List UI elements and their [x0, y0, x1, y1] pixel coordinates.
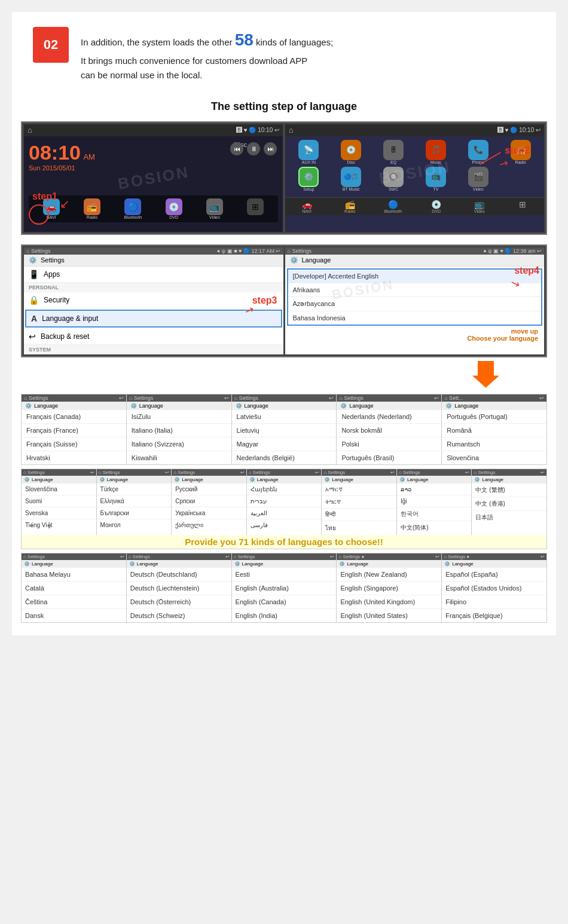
- r2p5-l3[interactable]: हिन्दी: [322, 509, 396, 521]
- lp1-lang3[interactable]: Français (Suisse): [22, 437, 126, 451]
- r3p1-l4[interactable]: Dansk: [22, 609, 126, 622]
- r3p5-l1[interactable]: Español (España): [442, 568, 546, 582]
- lp5-lang3[interactable]: Rumantsch: [442, 437, 546, 451]
- lp5-lang4[interactable]: Slovenčina: [442, 451, 546, 464]
- app-grid-left[interactable]: ⊞: [236, 198, 275, 219]
- r3p2-l2[interactable]: Deutsch (Liechtenstein): [127, 582, 231, 595]
- r2p7-l1[interactable]: 中文 (繁體): [472, 484, 546, 497]
- lp3-lang4[interactable]: Nederlands (België): [232, 451, 337, 464]
- r2p5-l1[interactable]: አማርኛ: [322, 484, 396, 496]
- lp1-lang2[interactable]: Français (France): [22, 424, 126, 437]
- r2p2-l3[interactable]: Български: [97, 507, 172, 519]
- r2p4-l1[interactable]: Հայերեն: [247, 484, 322, 495]
- lp4-status: ⌂ Settings↩: [337, 394, 441, 402]
- nav-radio-right[interactable]: 📻Radio: [328, 198, 371, 215]
- r3p5-l3[interactable]: Filipino: [442, 595, 546, 609]
- nav-dvd-right[interactable]: 💿DVD: [415, 198, 458, 215]
- btmusic-app[interactable]: 🔵🎵 BT Music: [331, 167, 371, 191]
- r2p2-home: ⌂ Settings: [99, 470, 120, 475]
- backup-item[interactable]: ↩ Backup & reset: [24, 329, 283, 345]
- r3p2-l4[interactable]: Deutsch (Schweiz): [127, 609, 231, 622]
- nav-video-right[interactable]: 📺Video: [458, 198, 501, 215]
- phone-app[interactable]: 📞 Phone: [458, 140, 498, 164]
- r3p3-l4[interactable]: English (India): [232, 609, 337, 622]
- app-radio-left[interactable]: 📻 Radio: [72, 198, 111, 219]
- r2p6-l3[interactable]: 한국어: [397, 507, 472, 521]
- r2p6-l4[interactable]: 中文(简体): [397, 521, 472, 534]
- r2p5-l2[interactable]: ትግርኛ: [322, 496, 396, 509]
- lp4-lang3[interactable]: Polski: [337, 437, 441, 451]
- r2p6-l2[interactable]: Iği: [397, 495, 472, 507]
- apps-item[interactable]: 📱 Apps: [24, 267, 283, 283]
- lp3-lang2[interactable]: Lietuvių: [232, 424, 337, 437]
- r2p4-l2[interactable]: עברית: [247, 495, 322, 507]
- lang-bahasa[interactable]: Bahasa Indonesia: [288, 311, 542, 325]
- security-item[interactable]: 🔒 Security: [24, 292, 283, 308]
- r3p2-l1[interactable]: Deutsch (Deutschland): [127, 568, 231, 582]
- lp1-lang4[interactable]: Hrvatski: [22, 451, 126, 464]
- app-bt-left[interactable]: 🔵 Bluetooth: [114, 198, 152, 219]
- r2p2-l2[interactable]: Ελληνικά: [97, 495, 172, 507]
- lang-accented[interactable]: [Developer] Accented English: [288, 270, 542, 283]
- r3p4-l1[interactable]: English (New Zealand): [337, 568, 441, 582]
- next-btn[interactable]: ⏭: [264, 142, 277, 155]
- lp2-lang3[interactable]: Italiano (Svizzera): [127, 437, 231, 451]
- eq-app[interactable]: 🎚 EQ: [374, 140, 414, 164]
- r2p6-l1[interactable]: ລາວ: [397, 484, 472, 495]
- setup-app[interactable]: ⚙️ Setup: [289, 167, 329, 191]
- r3p3-l3[interactable]: English (Canada): [232, 595, 337, 609]
- r2p7-l3[interactable]: 日本語: [472, 511, 546, 524]
- r2p1-l4[interactable]: Tiếng Việt: [22, 519, 96, 531]
- aux-app[interactable]: 📡 AUX IN: [289, 140, 329, 164]
- r2p2-l4[interactable]: Монгол: [97, 519, 172, 531]
- r3p5-l4[interactable]: Français (Belgique): [442, 609, 546, 622]
- app-dvd-left[interactable]: 💿 DVD: [154, 198, 193, 219]
- music-app[interactable]: 🎵 Music: [416, 140, 456, 164]
- r3p3-l2[interactable]: English (Australia): [232, 582, 337, 595]
- r2p5-l4[interactable]: ไทย: [322, 521, 396, 535]
- lp2-lang1[interactable]: IsiZulu: [127, 410, 231, 424]
- r3p4-l4[interactable]: English (United States): [337, 609, 441, 622]
- app-video-left[interactable]: 📺 Video: [195, 198, 234, 219]
- prev-btn[interactable]: ⏮: [230, 142, 243, 155]
- r2p7-l2[interactable]: 中文 (香港): [472, 497, 546, 511]
- video-app[interactable]: 🎬 Video: [458, 167, 498, 191]
- lp3-lang1[interactable]: Latviešu: [232, 410, 337, 424]
- r2p4-l4[interactable]: فارسی: [247, 519, 322, 531]
- r2p1-l1[interactable]: Slovenščina: [22, 484, 96, 495]
- r3p1-l2[interactable]: Català: [22, 582, 126, 595]
- r2p3-l2[interactable]: Српски: [172, 495, 246, 507]
- lp5-lang2[interactable]: Română: [442, 424, 546, 437]
- r3p4-l2[interactable]: English (Singapore): [337, 582, 441, 595]
- r2p1-l3[interactable]: Svenska: [22, 507, 96, 519]
- swc-app[interactable]: 🔘 SWC: [374, 167, 414, 191]
- lang-afrikaans[interactable]: Afrikaans: [288, 283, 542, 297]
- lp2-lang2[interactable]: Italiano (Italia): [127, 424, 231, 437]
- r2p3-l4[interactable]: ქართული: [172, 519, 246, 531]
- lp3-lang3[interactable]: Magyar: [232, 437, 337, 451]
- nav-grid-right[interactable]: ⊞: [501, 198, 544, 215]
- play-btn[interactable]: ⏸: [247, 142, 260, 155]
- r3p1-l3[interactable]: Čeština: [22, 595, 126, 609]
- tv-app[interactable]: 📺 TV: [416, 167, 456, 191]
- r2p4-l3[interactable]: العربية: [247, 507, 322, 519]
- r3p4-l3[interactable]: English (United Kingdom): [337, 595, 441, 609]
- lp2-lang4[interactable]: Kiswahili: [127, 451, 231, 464]
- r2p3-l1[interactable]: Русский: [172, 484, 246, 495]
- r2p1-l2[interactable]: Suomi: [22, 495, 96, 507]
- nav-bt-right[interactable]: 🔵Bluetooth: [371, 198, 414, 215]
- r2p3-l3[interactable]: Українська: [172, 507, 246, 519]
- lp1-lang1[interactable]: Français (Canada): [22, 410, 126, 424]
- r3p2-l3[interactable]: Deutsch (Österreich): [127, 595, 231, 609]
- r3p5-l2[interactable]: Español (Estados Unidos): [442, 582, 546, 595]
- disc-app[interactable]: 💿 Disc: [331, 140, 371, 164]
- lp4-lang2[interactable]: Norsk bokmål: [337, 424, 441, 437]
- lp4-lang4[interactable]: Português (Brasil): [337, 451, 441, 464]
- r3p3-l1[interactable]: Eesti: [232, 568, 337, 582]
- nav-navi-right[interactable]: 🚗NAVI: [285, 198, 328, 215]
- r3p1-l1[interactable]: Bahasa Melayu: [22, 568, 126, 582]
- lp4-lang1[interactable]: Nederlands (Nederland): [337, 410, 441, 424]
- lp5-lang1[interactable]: Português (Portugal): [442, 410, 546, 424]
- r2p2-l1[interactable]: Türkçe: [97, 484, 172, 495]
- lang-azerbaijani[interactable]: Azərbaycanca: [288, 297, 542, 311]
